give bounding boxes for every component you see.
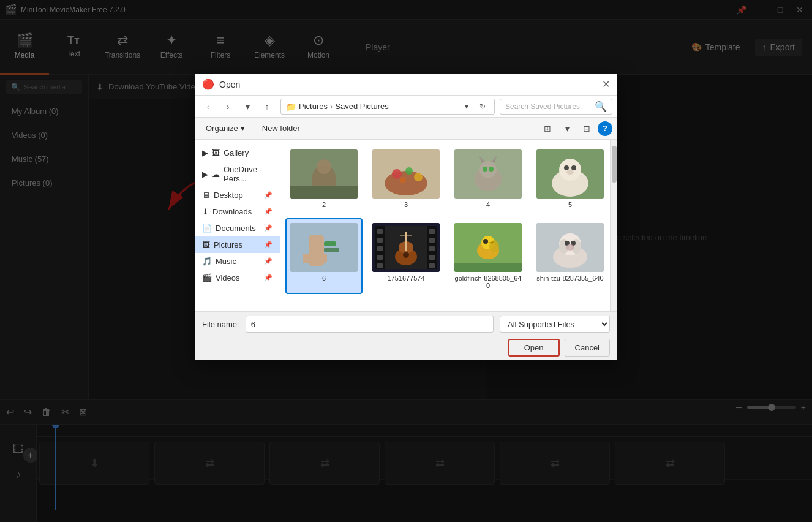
svg-point-13 <box>479 161 497 178</box>
tree-downloads-icon: ⬇ <box>202 207 209 216</box>
breadcrumb: 📁 Pictures › Saved Pictures ▾ ↻ <box>280 99 495 115</box>
svg-point-62 <box>566 244 574 251</box>
file-name-1751677574: 1751677574 <box>387 274 424 282</box>
svg-rect-38 <box>429 229 435 234</box>
file-item-goldfinch[interactable]: goldfinch-8268805_640 <box>449 218 527 294</box>
tree-documents-icon: 📄 <box>202 224 212 233</box>
file-thumb-5 <box>536 149 604 199</box>
breadcrumb-folder-icon: 📁 <box>286 102 296 112</box>
tree-desktop-pin: 📌 <box>264 191 273 199</box>
svg-point-22 <box>571 165 576 170</box>
open-btn[interactable]: Open <box>508 339 560 357</box>
filename-input[interactable] <box>246 316 494 333</box>
svg-rect-28 <box>324 248 339 252</box>
tree-documents-label: Documents <box>216 224 256 233</box>
breadcrumb-dropdown-btn[interactable]: ▾ <box>460 100 473 113</box>
breadcrumb-current: Saved Pictures <box>335 102 388 111</box>
tree-onedrive[interactable]: ▶ ☁ OneDrive - Pers... <box>195 161 280 187</box>
tree-desktop[interactable]: 🖥 Desktop 📌 <box>195 187 280 203</box>
file-thumb-shih-tzu <box>536 223 604 272</box>
file-name-shih-tzu: shih-tzu-8287355_640 <box>536 274 603 282</box>
dialog-nav: ‹ › ▾ ↑ 📁 Pictures › Saved Pictures ▾ ↻ … <box>195 96 617 118</box>
filetype-select[interactable]: All Supported Files <box>500 316 610 333</box>
organize-label: Organize <box>206 124 238 133</box>
view-pane-btn[interactable]: ⊟ <box>578 120 595 137</box>
dialog-close-btn[interactable]: ✕ <box>602 78 610 90</box>
tree-music[interactable]: 🎵 Music 📌 <box>195 253 280 270</box>
new-folder-btn[interactable]: New folder <box>256 121 306 135</box>
dialog-search-bar[interactable]: 🔍 <box>500 99 612 115</box>
file-thumb-4 <box>454 149 522 199</box>
tree-videos-label: Videos <box>216 273 240 282</box>
tree-gallery[interactable]: ▶ 🖼 Gallery <box>195 145 280 161</box>
svg-rect-37 <box>377 263 383 268</box>
help-btn[interactable]: ? <box>598 121 612 136</box>
tree-gallery-icon: 🖼 <box>212 148 220 157</box>
breadcrumb-root: Pictures <box>299 102 328 111</box>
tree-pictures-label: Pictures <box>214 240 242 249</box>
svg-point-51 <box>489 240 499 252</box>
dialog-actions: Organize ▾ New folder ⊞ ▾ ⊟ ? <box>195 118 617 140</box>
nav-dropdown-btn[interactable]: ▾ <box>239 98 256 115</box>
tree-desktop-label: Desktop <box>214 191 243 200</box>
tree-videos[interactable]: 🎬 Videos 📌 <box>195 270 280 286</box>
svg-point-52 <box>483 239 488 244</box>
thumb-svg-1751677574 <box>372 223 440 272</box>
file-name-6: 6 <box>322 274 326 282</box>
svg-point-3 <box>317 159 331 174</box>
file-item-1751677574[interactable]: 1751677574 <box>367 218 445 294</box>
tree-music-icon: 🎵 <box>202 257 212 266</box>
svg-rect-4 <box>290 186 358 199</box>
tree-downloads-label: Downloads <box>212 207 252 216</box>
svg-rect-41 <box>429 255 435 260</box>
nav-back-btn[interactable]: ‹ <box>200 98 217 115</box>
file-thumb-6 <box>290 223 358 272</box>
svg-point-16 <box>483 167 487 172</box>
organize-arrow: ▾ <box>241 124 245 133</box>
dialog-search-input[interactable] <box>505 102 591 111</box>
tree-documents[interactable]: 📄 Documents 📌 <box>195 220 280 236</box>
nav-up-btn[interactable]: ↑ <box>258 98 276 115</box>
tree-desktop-icon: 🖥 <box>202 191 210 200</box>
nav-forward-btn[interactable]: › <box>219 98 236 115</box>
filename-row: File name: All Supported Files <box>202 316 610 333</box>
file-item-3[interactable]: 3 <box>367 145 445 213</box>
tree-pictures-icon: 🖼 <box>202 240 210 249</box>
tree-pictures-pin: 📌 <box>264 241 273 249</box>
file-name-3: 3 <box>404 201 408 208</box>
file-name-4: 4 <box>486 201 490 208</box>
tree-downloads[interactable]: ⬇ Downloads 📌 <box>195 203 280 220</box>
thumb-svg-shih-tzu <box>536 223 604 272</box>
tree-downloads-pin: 📌 <box>264 208 273 216</box>
view-dropdown-btn[interactable]: ▾ <box>558 120 576 137</box>
file-item-2[interactable]: 2 <box>285 145 363 213</box>
file-name-goldfinch: goldfinch-8268805_640 <box>454 274 522 289</box>
tree-gallery-label: Gallery <box>224 148 249 157</box>
svg-point-46 <box>403 252 409 258</box>
file-item-6[interactable]: 6 <box>285 218 363 294</box>
svg-point-9 <box>414 173 423 181</box>
svg-rect-54 <box>454 263 522 272</box>
organize-btn[interactable]: Organize ▾ <box>200 121 251 135</box>
file-name-5: 5 <box>568 201 572 208</box>
cancel-btn[interactable]: Cancel <box>565 339 610 357</box>
tree-videos-icon: 🎬 <box>202 273 212 282</box>
file-item-5[interactable]: 5 <box>532 145 609 213</box>
svg-rect-34 <box>377 238 383 243</box>
scrollbar-thumb[interactable] <box>612 146 617 183</box>
svg-rect-36 <box>377 255 383 260</box>
dialog-body: ▶ 🖼 Gallery ▶ ☁ OneDrive - Pers... 🖥 Des… <box>195 140 617 311</box>
breadcrumb-refresh-btn[interactable]: ↻ <box>476 100 489 113</box>
svg-rect-27 <box>324 241 336 246</box>
svg-rect-39 <box>429 238 435 243</box>
file-item-4[interactable]: 4 <box>449 145 527 213</box>
thumb-svg-4 <box>454 149 522 199</box>
file-item-shih-tzu[interactable]: shih-tzu-8287355_640 <box>532 218 609 294</box>
view-grid-btn[interactable]: ⊞ <box>539 120 556 137</box>
file-thumb-2 <box>290 149 358 199</box>
thumb-svg-3 <box>372 149 440 199</box>
tree-gallery-arrow: ▶ <box>202 148 208 157</box>
breadcrumb-sep: › <box>330 102 333 111</box>
dialog-scrollbar[interactable] <box>610 140 617 311</box>
tree-pictures[interactable]: 🖼 Pictures 📌 <box>195 236 280 253</box>
